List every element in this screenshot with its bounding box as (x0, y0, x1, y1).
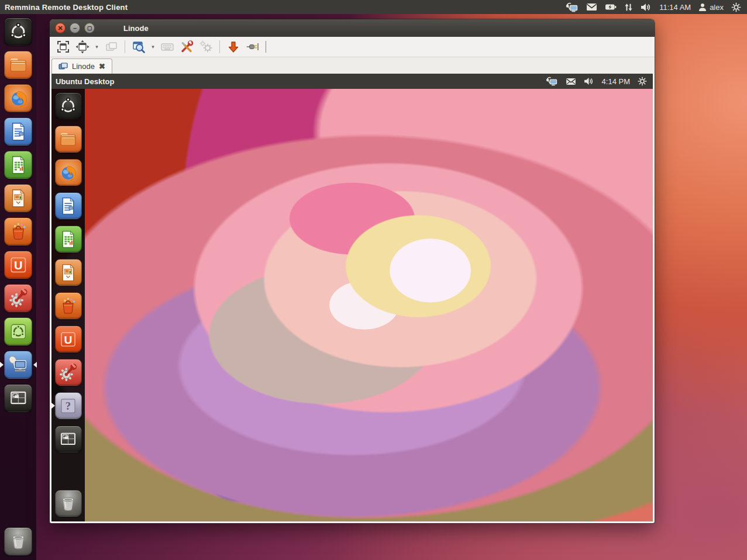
preferences-button[interactable] (197, 39, 215, 55)
launcher-slot-writer (4, 117, 32, 146)
launcher-item-settings[interactable] (4, 284, 32, 312)
running-pip (0, 362, 4, 368)
launcher-item-ubuntuone[interactable]: U (55, 326, 82, 352)
host-clock[interactable]: 11:14 AM (659, 3, 691, 12)
screenshot-options-caret[interactable]: ▾ (149, 39, 157, 55)
tab-linode[interactable]: Linode ✖ (51, 58, 112, 74)
launcher-item-files[interactable] (4, 51, 32, 79)
calc-icon (57, 229, 79, 250)
svg-text:U: U (14, 259, 23, 272)
launcher-item-updater[interactable] (4, 317, 32, 345)
host-unity-launcher: U (0, 14, 36, 560)
remote-menubar: Ubuntu Desktop 4:14 PM (51, 74, 653, 89)
remote-clock[interactable]: 4:14 PM (602, 77, 630, 86)
remote-desktop-indicator-icon[interactable] (546, 77, 558, 86)
minimize-window-button[interactable] (225, 39, 242, 55)
minimize-button[interactable]: – (70, 23, 80, 33)
launcher-item-software[interactable] (4, 217, 32, 246)
software-icon (57, 295, 79, 317)
screenshot-button[interactable] (130, 39, 147, 55)
launcher-item-writer[interactable] (55, 192, 82, 219)
network-traffic-indicator-icon[interactable] (624, 3, 633, 12)
launcher-slot-calc (55, 226, 82, 253)
user-menu[interactable]: alex (698, 3, 724, 12)
launcher-item-impress[interactable] (4, 184, 32, 212)
launcher-slot-settings (55, 359, 82, 386)
launcher-slot-unknown: ? (55, 392, 82, 419)
launcher-slot-trash (55, 490, 82, 517)
remote-wallpaper (51, 89, 653, 521)
close-button[interactable]: ✕ (55, 23, 66, 33)
launcher-item-ubuntuone[interactable]: U (4, 251, 32, 279)
updater-icon (7, 320, 30, 343)
window-toolbar: ▾ ▾ (50, 37, 655, 57)
disconnect-button[interactable] (244, 39, 261, 55)
launcher-item-trash[interactable] (4, 527, 32, 555)
ubuntuone-icon: U (57, 329, 79, 350)
settings-icon (7, 287, 30, 310)
launcher-item-unknown[interactable]: ? (55, 392, 82, 419)
launcher-slot-ubuntuone: U (4, 251, 32, 279)
user-icon (698, 3, 707, 12)
window-title: Linode (123, 24, 149, 33)
launcher-item-software[interactable] (55, 292, 82, 319)
trash-icon (57, 493, 79, 514)
fullscreen-button[interactable] (54, 39, 72, 55)
firefox-icon (7, 87, 30, 110)
workspace-icon (57, 428, 79, 450)
launcher-item-workspace[interactable] (4, 384, 32, 412)
launcher-item-settings[interactable] (55, 359, 82, 386)
scaled-mode-button[interactable] (74, 39, 91, 55)
focused-pip (33, 362, 37, 368)
launcher-item-workspace[interactable] (55, 426, 82, 452)
launcher-item-dash[interactable] (4, 18, 32, 46)
launcher-slot-updater (4, 317, 32, 345)
launcher-item-firefox[interactable] (4, 84, 32, 112)
launcher-item-trash[interactable] (55, 490, 82, 517)
ubuntuone-icon: U (7, 254, 30, 276)
maximize-button[interactable]: ▢ (84, 23, 95, 33)
session-gear-icon[interactable] (731, 2, 741, 12)
messaging-indicator-icon[interactable] (566, 78, 576, 85)
svg-text:U: U (64, 333, 73, 345)
grab-keyboard-button[interactable] (159, 39, 176, 55)
connection-tabbar: Linode ✖ (50, 57, 655, 74)
writer-icon (7, 120, 30, 143)
remote-desktop-indicator-icon[interactable] (566, 2, 579, 12)
launcher-item-firefox[interactable] (55, 159, 82, 186)
battery-indicator-icon[interactable] (605, 4, 617, 11)
unknown-icon: ? (57, 395, 79, 417)
remote-menubar-title: Ubuntu Desktop (51, 77, 114, 86)
volume-indicator-icon[interactable] (584, 77, 594, 85)
launcher-slot-impress (55, 259, 82, 286)
host-menubar-title: Remmina Remote Desktop Client (0, 3, 128, 12)
remmina-window: ✕ – ▢ Linode ▾ ▾ Linode ✖ (50, 19, 655, 523)
launcher-item-calc[interactable] (55, 226, 82, 253)
window-titlebar[interactable]: ✕ – ▢ Linode (50, 19, 655, 37)
remmina-icon (7, 354, 30, 376)
session-gear-icon[interactable] (638, 77, 647, 86)
messaging-indicator-icon[interactable] (586, 3, 597, 11)
launcher-slot-firefox (55, 159, 82, 186)
volume-indicator-icon[interactable] (641, 3, 652, 12)
launcher-slot-dash (55, 92, 82, 119)
launcher-slot-calc (4, 151, 32, 179)
writer-icon (57, 195, 79, 217)
settings-icon (57, 362, 79, 383)
launcher-item-calc[interactable] (4, 151, 32, 179)
tab-close-icon[interactable]: ✖ (99, 62, 105, 71)
running-pip (51, 403, 55, 409)
scaled-mode-options-caret[interactable]: ▾ (93, 39, 101, 55)
remote-desktop-viewport[interactable]: Ubuntu Desktop 4:14 PM U? (51, 74, 653, 521)
launcher-slot-ubuntuone: U (55, 326, 82, 352)
workspace-icon (7, 387, 30, 410)
tools-button[interactable] (178, 39, 195, 55)
launcher-item-impress[interactable] (55, 259, 82, 286)
launcher-item-files[interactable] (55, 126, 82, 153)
launcher-item-remmina[interactable] (4, 351, 32, 379)
duplicate-connection-button[interactable] (102, 39, 120, 55)
launcher-item-dash[interactable] (55, 92, 82, 119)
launcher-item-writer[interactable] (4, 117, 32, 146)
toolbar-end-divider (266, 41, 266, 53)
impress-icon (7, 187, 30, 210)
